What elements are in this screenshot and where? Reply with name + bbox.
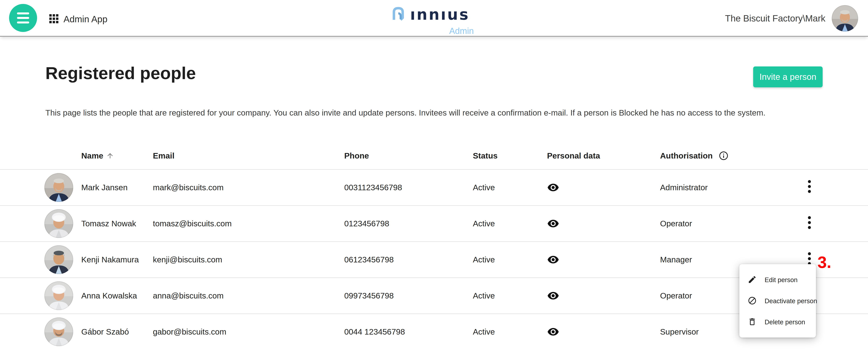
people-table: Mark Jansen mark@biscuits.com 0031123456… bbox=[0, 169, 868, 350]
person-name: Tomasz Nowak bbox=[81, 206, 136, 241]
app-bar: Admin App ınnıus Admin The Biscuit Facto… bbox=[0, 0, 868, 37]
table-row-tomasz-nowak: Tomasz Nowak tomasz@biscuits.com 0123456… bbox=[0, 205, 868, 241]
authorisation-info-icon[interactable] bbox=[718, 151, 729, 161]
innius-logo-subtitle: Admin bbox=[449, 26, 474, 36]
person-avatar bbox=[44, 278, 73, 314]
person-avatar bbox=[44, 314, 73, 350]
column-header-email: Email bbox=[153, 142, 175, 169]
row-actions-context-menu: Edit personDeactivate personDelete perso… bbox=[739, 264, 816, 337]
person-status: Active bbox=[473, 278, 495, 314]
innius-logo-mark bbox=[392, 6, 405, 22]
person-authorisation: Administrator bbox=[660, 170, 708, 205]
person-authorisation: Operator bbox=[660, 278, 692, 314]
person-avatar bbox=[44, 170, 73, 205]
row-actions-kebab-icon[interactable] bbox=[808, 180, 811, 195]
admin-page: Admin App ınnıus Admin The Biscuit Facto… bbox=[0, 0, 868, 359]
column-header-name[interactable]: Name bbox=[81, 142, 114, 169]
page-title: Registered people bbox=[45, 63, 196, 83]
account-area: The Biscuit Factory\Mark bbox=[725, 0, 858, 37]
person-phone: 09973456798 bbox=[344, 278, 394, 314]
hamburger-icon bbox=[17, 12, 29, 14]
invite-person-button[interactable]: Invite a person bbox=[753, 66, 823, 87]
person-status: Active bbox=[473, 170, 495, 205]
view-personal-data-eye-icon[interactable] bbox=[547, 291, 559, 300]
view-personal-data-eye-icon[interactable] bbox=[547, 327, 559, 336]
view-personal-data-eye-icon[interactable] bbox=[547, 255, 559, 264]
person-status: Active bbox=[473, 206, 495, 241]
table-row-anna-kowalska: Anna Kowalska anna@biscuits.com 09973456… bbox=[0, 278, 868, 314]
person-name: Mark Jansen bbox=[81, 170, 128, 205]
apps-grid-icon[interactable] bbox=[49, 14, 59, 24]
person-status: Active bbox=[473, 314, 495, 350]
row-actions-kebab-icon[interactable] bbox=[808, 216, 811, 231]
edit-icon bbox=[748, 275, 757, 285]
person-email: tomasz@biscuits.com bbox=[153, 206, 231, 241]
table-row-kenji-nakamura: Kenji Nakamura kenji@biscuits.com 061234… bbox=[0, 241, 868, 278]
innius-logo-text: ınnıus bbox=[410, 6, 470, 22]
person-name: Gábor Szabó bbox=[81, 314, 129, 350]
person-email: mark@biscuits.com bbox=[153, 170, 223, 205]
app-name-label: Admin App bbox=[64, 14, 107, 25]
person-phone: 0031123456798 bbox=[344, 170, 402, 205]
column-header-phone: Phone bbox=[344, 142, 369, 169]
table-row-gabor-szabo: Gábor Szabó gabor@biscuits.com 0044 1234… bbox=[0, 314, 868, 350]
view-personal-data-eye-icon[interactable] bbox=[547, 183, 559, 192]
innius-logo: ınnıus Admin bbox=[392, 6, 474, 35]
person-authorisation: Supervisor bbox=[660, 314, 699, 350]
person-phone: 0044 123456798 bbox=[344, 314, 405, 350]
column-header-personal-data: Personal data bbox=[547, 142, 600, 169]
person-avatar bbox=[44, 206, 73, 241]
context-menu-item-deactivate-person[interactable]: Deactivate person bbox=[739, 290, 816, 312]
person-name: Anna Kowalska bbox=[81, 278, 137, 314]
tutorial-step-annotation: 3. bbox=[817, 253, 831, 272]
account-avatar[interactable] bbox=[832, 5, 858, 32]
column-header-authorisation: Authorisation bbox=[660, 142, 729, 169]
hamburger-menu-button[interactable] bbox=[9, 4, 37, 32]
person-status: Active bbox=[473, 242, 495, 278]
person-authorisation: Operator bbox=[660, 206, 692, 241]
view-personal-data-eye-icon[interactable] bbox=[547, 219, 559, 228]
context-menu-item-edit-person[interactable]: Edit person bbox=[739, 269, 816, 290]
person-name: Kenji Nakamura bbox=[81, 242, 139, 278]
block-icon bbox=[748, 296, 757, 306]
person-authorisation: Manager bbox=[660, 242, 692, 278]
account-name: The Biscuit Factory\Mark bbox=[725, 13, 826, 24]
table-row-mark-jansen: Mark Jansen mark@biscuits.com 0031123456… bbox=[0, 169, 868, 205]
table-header-row: Name Email Phone Status Personal data Au… bbox=[0, 142, 868, 169]
person-email: gabor@biscuits.com bbox=[153, 314, 226, 350]
person-phone: 06123456798 bbox=[344, 242, 394, 278]
page-description: This page lists the people that are regi… bbox=[45, 107, 815, 118]
sort-ascending-icon[interactable] bbox=[106, 152, 114, 160]
context-menu-item-delete-person[interactable]: Delete person bbox=[739, 312, 816, 333]
delete-icon bbox=[748, 317, 757, 327]
person-email: anna@biscuits.com bbox=[153, 278, 223, 314]
person-email: kenji@biscuits.com bbox=[153, 242, 222, 278]
person-phone: 0123456798 bbox=[344, 206, 389, 241]
person-avatar bbox=[44, 242, 73, 278]
column-header-status: Status bbox=[473, 142, 498, 169]
